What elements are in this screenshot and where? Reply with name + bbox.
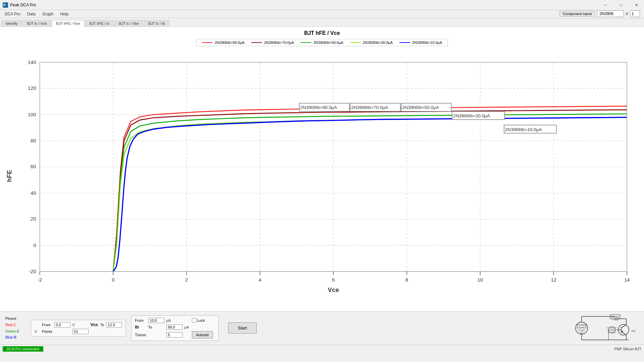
to-label: To — [100, 323, 104, 327]
menu-data[interactable]: Data — [24, 11, 39, 17]
vcc-to-unit: V — [35, 329, 40, 334]
tab-bjt-hfe-ic[interactable]: BJT hFE / Ic — [85, 20, 114, 26]
legend-line-30 — [350, 42, 361, 43]
svg-text:2N3906Ib=30.0µA: 2N3906Ib=30.0µA — [453, 113, 490, 118]
tab-identify[interactable]: Identify — [1, 20, 22, 26]
svg-text:2N3906Ib=10.0µA: 2N3906Ib=10.0µA — [505, 127, 542, 132]
bottom-panel: Pinout: Red-C Green-E Blue-B From V Vcc … — [0, 311, 644, 345]
svg-text:8: 8 — [406, 277, 408, 283]
svg-text:-20: -20 — [29, 268, 36, 274]
legend-item-10: 2N3906Ib=10.0µA — [399, 41, 442, 45]
svg-line-75 — [621, 332, 626, 335]
tab-bjt-ic-vbe[interactable]: BJT Ic / Vbe — [115, 20, 144, 26]
tabs-bar: Identify BJT Ic / Vce BJT hFE / Vce BJT … — [0, 18, 644, 27]
pinout-red: Red-C — [5, 322, 25, 328]
svg-text:140: 140 — [28, 59, 36, 65]
svg-text:0: 0 — [112, 277, 114, 283]
chart-title: BJT hFE / Vce — [3, 30, 641, 36]
legend-label-30: 2N3906Ib=30.0µA — [363, 41, 393, 45]
legend-label-70: 2N3906Ib=70.0µA — [264, 41, 294, 45]
component-name-input[interactable] — [597, 10, 624, 17]
minimize-button[interactable]: ─ — [598, 0, 613, 10]
legend-item-50: 2N3906Ib=50.0µA — [301, 41, 343, 45]
svg-text:2: 2 — [185, 277, 188, 283]
pinout-green: Green-E — [5, 328, 25, 335]
app-icon: P — [3, 2, 8, 8]
from-label: From — [42, 323, 52, 327]
tab-bjt-ic-vce[interactable]: BJT Ic / Vce — [22, 20, 51, 26]
legend-line-50 — [301, 42, 311, 43]
svg-text:Vce: Vce — [328, 286, 339, 293]
menu-help[interactable]: Help — [57, 11, 72, 17]
vcc-from-input[interactable] — [54, 322, 70, 327]
circuit-diagram: VOLTAGE SOURCE 0-12V Vcc RLOAD ~700Ω — [572, 313, 639, 343]
pinout-info: Pinout: Red-C Green-E Blue-B — [5, 315, 25, 341]
ib-section: From µA Lock Ib To µA Traces Autoset — [131, 315, 219, 341]
legend-item-70: 2N3906Ib=70.0µA — [251, 41, 294, 45]
ib-to-unit: µA — [184, 325, 190, 329]
svg-text:Vcc: Vcc — [580, 332, 584, 334]
svg-text:4-100µA: 4-100µA — [608, 331, 616, 334]
legend-label-50: 2N3906Ib=50.0µA — [313, 41, 343, 45]
svg-text:80: 80 — [31, 138, 36, 143]
lock-checkbox[interactable] — [192, 318, 196, 322]
menubar: DCA Pro Data Graph Help Component name # — [0, 10, 644, 18]
ib-to-input[interactable] — [166, 324, 182, 330]
svg-text:Vbe: Vbe — [631, 330, 636, 332]
svg-text:120: 120 — [28, 85, 36, 91]
ib-label: Ib — [135, 324, 146, 329]
svg-text:SOURCE: SOURCE — [607, 329, 616, 331]
svg-text:VOLTAGE: VOLTAGE — [576, 324, 587, 326]
main-content: BJT hFE / Vce 2N3906Ib=90.0µA 2N3906Ib=7… — [0, 27, 644, 345]
vcc-unit: V — [72, 323, 89, 327]
status-device-type: PNP Silicon BJT — [614, 347, 642, 351]
svg-text:2N3906Ib=90.0µA: 2N3906Ib=90.0µA — [300, 105, 337, 110]
legend-line-90 — [202, 42, 213, 43]
legend-line-10 — [399, 42, 410, 43]
svg-text:6: 6 — [332, 277, 335, 283]
svg-text:-2: -2 — [38, 277, 42, 283]
menu-dcapro[interactable]: DCA Pro — [1, 11, 24, 17]
vcc-label: Vcc — [91, 322, 98, 327]
start-button[interactable]: Start — [228, 322, 257, 334]
statusbar: DCA Pro connected PNP Silicon BJT — [0, 345, 644, 353]
pinout-blue: Blue-B — [5, 334, 25, 341]
svg-text:hFE: hFE — [6, 170, 13, 182]
legend-label-10: 2N3906Ib=10.0µA — [412, 41, 442, 45]
close-button[interactable]: ✕ — [629, 0, 644, 10]
svg-line-74 — [621, 325, 626, 328]
svg-text:12: 12 — [551, 277, 556, 283]
component-number-input[interactable] — [630, 10, 640, 17]
svg-text:CURRENT: CURRENT — [607, 327, 617, 329]
settings-box: From V Vcc To V Points — [31, 320, 126, 337]
circuit-svg: VOLTAGE SOURCE 0-12V Vcc RLOAD ~700Ω — [572, 313, 639, 343]
chart-container: BJT hFE / Vce 2N3906Ib=90.0µA 2N3906Ib=7… — [0, 27, 644, 311]
svg-text:2N3906Ib=50.0µA: 2N3906Ib=50.0µA — [402, 105, 439, 110]
maximize-button[interactable]: □ — [613, 0, 629, 10]
menu-graph[interactable]: Graph — [39, 11, 57, 17]
chart-svg-wrapper: hFE 140 120 100 80 — [3, 49, 641, 303]
traces-label: Traces — [135, 333, 146, 337]
points-input[interactable] — [72, 329, 89, 334]
vcc-to-input[interactable] — [106, 322, 122, 327]
pinout-label: Pinout: — [5, 315, 25, 322]
titlebar: P Peak DCA Pro ─ □ ✕ — [0, 0, 644, 10]
ib-from-unit: µA — [166, 318, 182, 322]
chart-legend: 2N3906Ib=90.0µA 2N3906Ib=70.0µA 2N3906Ib… — [196, 39, 448, 46]
svg-text:0-12V: 0-12V — [579, 329, 585, 331]
ib-from-input[interactable] — [148, 318, 164, 323]
traces-input[interactable] — [166, 332, 182, 338]
to-label-ib: To — [148, 325, 164, 329]
app-title: Peak DCA Pro — [10, 3, 641, 7]
lock-label: Lock — [192, 318, 213, 322]
status-connected: DCA Pro connected — [3, 346, 43, 352]
svg-text:20: 20 — [31, 216, 36, 222]
svg-text:10: 10 — [477, 277, 483, 283]
tab-bjt-hfe-vce[interactable]: BJT hFE / Vce — [52, 20, 85, 27]
svg-text:40: 40 — [31, 190, 36, 196]
svg-text:SOURCE: SOURCE — [577, 326, 587, 329]
tab-bjt-ic-ib[interactable]: BJT Ic / Ib — [144, 20, 169, 26]
legend-line-70 — [251, 42, 262, 43]
svg-text:14: 14 — [624, 277, 630, 283]
autoset-button[interactable]: Autoset — [192, 331, 213, 339]
